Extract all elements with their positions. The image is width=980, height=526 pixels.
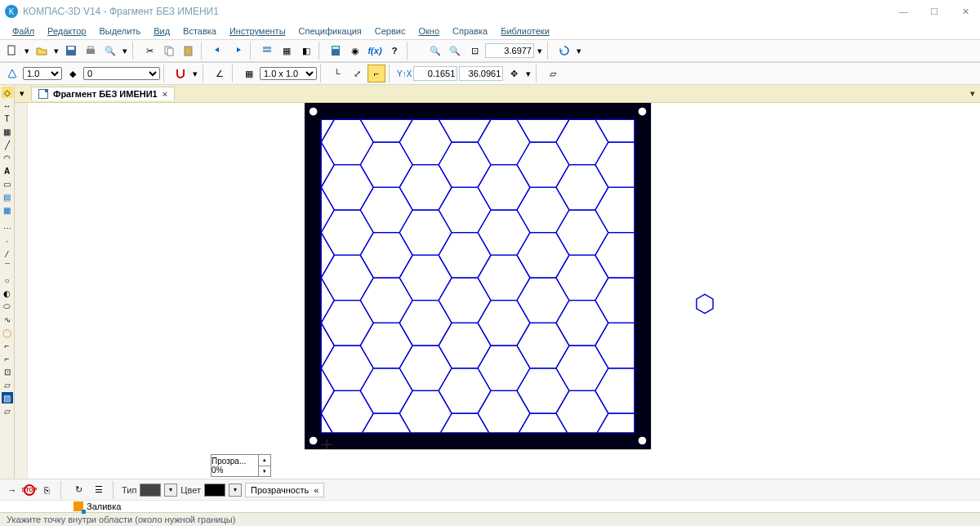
- redo-button[interactable]: [229, 42, 247, 60]
- menu-insert[interactable]: Вставка: [177, 25, 222, 38]
- transparency-down[interactable]: ▾: [259, 466, 270, 477]
- menu-view[interactable]: Вид: [148, 25, 176, 38]
- color-dropdown[interactable]: ▾: [229, 484, 242, 497]
- zoom-in-button[interactable]: 🔍: [426, 42, 444, 60]
- zoom-dropdown[interactable]: ▾: [536, 42, 544, 60]
- calc-button[interactable]: [327, 42, 345, 60]
- lt-pt8[interactable]: ◯: [2, 327, 13, 338]
- menu-window[interactable]: Окно: [412, 25, 445, 38]
- lt-pt1[interactable]: ·: [2, 235, 13, 247]
- coord-y-input[interactable]: [459, 66, 503, 81]
- preview-button[interactable]: 🔍: [101, 42, 119, 60]
- menu-libs[interactable]: Библиотеки: [495, 25, 555, 38]
- document-tab[interactable]: Фрагмент БЕЗ ИМЕНИ1 ×: [31, 87, 175, 100]
- new-button[interactable]: [3, 42, 21, 60]
- refresh-dropdown[interactable]: ▾: [575, 42, 583, 60]
- fill-tab-label[interactable]: Заливка: [87, 501, 121, 511]
- angle-button[interactable]: ∠: [211, 65, 229, 82]
- lt-pt11[interactable]: ⊡: [2, 366, 13, 377]
- layer-select[interactable]: 0: [83, 67, 160, 80]
- transparency-popup[interactable]: Прозра... 0% ▴ ▾: [211, 454, 271, 477]
- prop-opt-button[interactable]: ☰: [90, 481, 108, 499]
- move-button[interactable]: ✥: [505, 65, 523, 82]
- lt-frame[interactable]: ▭: [2, 178, 13, 189]
- step-icon[interactable]: [3, 65, 21, 82]
- coord-x-input[interactable]: [413, 66, 457, 81]
- close-button[interactable]: ✕: [956, 7, 975, 17]
- menu-help[interactable]: Справка: [447, 25, 493, 38]
- snap-active-button[interactable]: ⌐: [368, 65, 385, 82]
- toolbar-btn-a[interactable]: ▦: [278, 42, 296, 60]
- snap-a-button[interactable]: ⤢: [348, 65, 366, 82]
- magnet-dropdown[interactable]: ▾: [191, 65, 199, 82]
- magnet-button[interactable]: [172, 65, 189, 82]
- step-select[interactable]: 1.0: [23, 67, 62, 80]
- lt-geometry[interactable]: ◇: [2, 87, 13, 98]
- type-dropdown[interactable]: ▾: [164, 484, 177, 497]
- lt-pt7[interactable]: ∿: [2, 314, 13, 325]
- lt-pt4[interactable]: ○: [2, 274, 13, 286]
- lt-pt3[interactable]: ⌒: [2, 261, 13, 273]
- toolbar-btn-b[interactable]: ◧: [297, 42, 315, 60]
- lt-arc[interactable]: ◠: [2, 152, 13, 163]
- misc-button[interactable]: ▱: [544, 65, 562, 82]
- tab-overflow[interactable]: ▾: [967, 88, 978, 99]
- canvas[interactable]: Прозра... 0% ▴ ▾: [28, 103, 980, 479]
- lt-line[interactable]: ╱: [2, 139, 13, 150]
- help-button[interactable]: ?: [385, 42, 403, 60]
- ortho-button[interactable]: └: [328, 65, 346, 82]
- lt-pt2[interactable]: ∕: [2, 248, 13, 260]
- move-dropdown[interactable]: ▾: [524, 65, 532, 82]
- refresh-button[interactable]: [555, 42, 573, 60]
- lt-table[interactable]: ▤: [2, 191, 13, 203]
- props-button[interactable]: [258, 42, 276, 60]
- undo-button[interactable]: [209, 42, 227, 60]
- preview-dropdown[interactable]: ▾: [121, 42, 129, 60]
- print-button[interactable]: [82, 42, 100, 60]
- lt-pt6[interactable]: ⬭: [2, 301, 13, 312]
- menu-select[interactable]: Выделить: [93, 25, 146, 38]
- minimize-button[interactable]: —: [893, 7, 913, 17]
- menu-file[interactable]: Файл: [7, 25, 40, 38]
- lt-pt5[interactable]: ◐: [2, 288, 13, 299]
- lt-pt9[interactable]: ⌐: [2, 340, 13, 351]
- prop-auto-button[interactable]: ↻: [69, 481, 87, 499]
- menu-tools[interactable]: Инструменты: [224, 25, 292, 38]
- color-swatch[interactable]: [204, 484, 225, 497]
- menu-edit[interactable]: Редактор: [42, 25, 91, 38]
- transparency-button[interactable]: Прозрачность «: [245, 483, 324, 497]
- save-button[interactable]: [62, 42, 80, 60]
- copy-button[interactable]: [160, 42, 178, 60]
- lt-table2[interactable]: ▦: [2, 204, 13, 216]
- open-button[interactable]: [33, 42, 51, 60]
- zoom-win-button[interactable]: ⊡: [466, 42, 483, 60]
- fx-button[interactable]: f(x): [366, 42, 384, 60]
- lt-text2[interactable]: A: [2, 165, 13, 176]
- type-swatch[interactable]: [140, 484, 161, 497]
- grid-button[interactable]: ▦: [240, 65, 258, 82]
- zoom-value-input[interactable]: [485, 43, 534, 58]
- cut-button[interactable]: ✂: [140, 42, 158, 60]
- transparency-up[interactable]: ▴: [259, 455, 270, 466]
- menu-spec[interactable]: Спецификация: [293, 25, 368, 38]
- lt-hatch[interactable]: ▦: [2, 126, 13, 137]
- lt-pt12[interactable]: ▱: [2, 379, 13, 390]
- prop-ok-button[interactable]: →: [3, 481, 21, 499]
- zoom-out-button[interactable]: 🔍: [446, 42, 464, 60]
- layer-icon[interactable]: ◆: [64, 65, 82, 82]
- lt-pt13[interactable]: ▨: [2, 392, 13, 403]
- lt-pt10[interactable]: ⌐: [2, 353, 13, 364]
- lt-text[interactable]: T: [2, 113, 13, 124]
- new-dropdown[interactable]: ▾: [23, 42, 31, 60]
- maximize-button[interactable]: ☐: [924, 7, 944, 17]
- tab-list-icon[interactable]: ▾: [16, 88, 28, 100]
- open-dropdown[interactable]: ▾: [52, 42, 60, 60]
- prop-copy-button[interactable]: ⎘: [38, 481, 56, 499]
- tab-close[interactable]: ×: [163, 89, 167, 99]
- lt-pt14[interactable]: ▱: [2, 405, 13, 417]
- paste-button[interactable]: [180, 42, 198, 60]
- grid-select[interactable]: 1.0 x 1.0: [260, 67, 317, 80]
- prop-stop-button[interactable]: STOP: [24, 484, 35, 496]
- lt-dim[interactable]: ↔: [2, 100, 13, 111]
- object-button[interactable]: ◉: [346, 42, 364, 60]
